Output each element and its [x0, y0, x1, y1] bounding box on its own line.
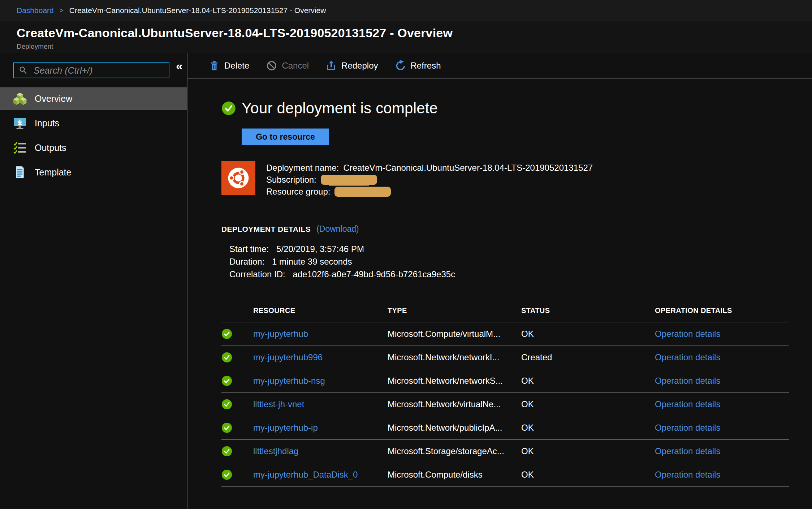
start-time-label: Start time: [229, 244, 269, 254]
cubes-icon [13, 92, 27, 105]
table-row: my-jupyterhub_DataDisk_0 Microsoft.Compu… [221, 463, 789, 487]
resource-type: Microsoft.Compute/disks [388, 470, 521, 480]
resource-group-redaction-bar [334, 187, 391, 197]
deployment-details: Start time: 5/20/2019, 3:57:46 PM Durati… [229, 243, 812, 280]
table-body: my-jupyterhub Microsoft.Compute/virtualM… [221, 322, 789, 487]
resource-group-label: Resource group: [266, 186, 330, 197]
page-subtitle: Deployment [17, 43, 812, 51]
resource-link[interactable]: littlestjhdiag [253, 446, 388, 456]
refresh-icon [395, 60, 406, 71]
success-status-icon [221, 329, 232, 339]
resource-status: OK [521, 399, 655, 409]
deployment-details-heading: DEPLOYMENT DETAILS [221, 225, 311, 234]
delete-label: Delete [224, 61, 249, 71]
sidebar-item-label: Overview [35, 93, 72, 104]
resource-status: OK [521, 376, 655, 386]
delete-button[interactable]: Delete [208, 60, 249, 71]
resource-type: Microsoft.Network/publicIpA... [388, 423, 521, 433]
operation-details-link[interactable]: Operation details [655, 470, 789, 480]
go-to-resource-button[interactable]: Go to resource [242, 129, 329, 145]
sidebar-item-label: Inputs [35, 118, 59, 129]
resource-link[interactable]: my-jupyterhub [253, 329, 388, 339]
success-check-icon [221, 101, 236, 116]
ubuntu-logo [221, 161, 255, 195]
resource-status: Created [521, 352, 655, 362]
column-header-type: TYPE [388, 306, 521, 315]
sidebar-search[interactable] [13, 62, 169, 78]
document-icon [13, 165, 27, 179]
resource-status: OK [521, 446, 655, 456]
monitor-download-icon [13, 116, 27, 130]
sidebar-item-label: Template [35, 167, 71, 178]
success-status-icon [221, 469, 232, 480]
resource-link[interactable]: my-jupyterhub-nsg [253, 376, 388, 386]
sidebar-menu: Overview Inputs [0, 87, 187, 186]
page-title: CreateVm-Canonical.UbuntuServer-18.04-LT… [17, 26, 812, 40]
operation-details-link[interactable]: Operation details [655, 376, 789, 386]
sidebar-item-overview[interactable]: Overview [0, 87, 187, 110]
breadcrumb-current: CreateVm-Canonical.UbuntuServer-18.04-LT… [69, 6, 326, 15]
resource-status: OK [521, 470, 655, 480]
table-row: my-jupyterhub-nsg Microsoft.Network/netw… [221, 369, 789, 393]
search-input[interactable] [34, 65, 153, 76]
refresh-button[interactable]: Refresh [395, 60, 441, 71]
duration-label: Duration: [229, 257, 264, 266]
subscription-label: Subscription: [266, 174, 316, 186]
main-panel: Delete Cancel Redeploy [187, 53, 812, 509]
toolbar: Delete Cancel Redeploy [187, 53, 812, 79]
page-header: CreateVm-Canonical.UbuntuServer-18.04-LT… [0, 21, 812, 53]
success-status-icon [221, 352, 232, 363]
resource-link[interactable]: littlest-jh-vnet [253, 399, 388, 409]
resource-type: Microsoft.Network/networkI... [388, 352, 521, 362]
column-header-status: STATUS [521, 306, 655, 315]
resource-type: Microsoft.Storage/storageAc... [388, 446, 521, 456]
table-row: littlestjhdiag Microsoft.Storage/storage… [221, 440, 789, 463]
resource-link[interactable]: my-jupyterhub_DataDisk_0 [253, 470, 388, 480]
deployment-status: Your deployment is complete [221, 100, 812, 117]
search-icon [18, 66, 28, 75]
sidebar-item-label: Outputs [35, 143, 66, 153]
column-header-resource: RESOURCE [253, 306, 388, 315]
checklist-icon [13, 141, 27, 155]
sidebar-collapse-button[interactable]: « [176, 60, 183, 72]
table-row: my-jupyterhub-ip Microsoft.Network/publi… [221, 416, 789, 440]
resource-status: OK [521, 423, 655, 433]
success-status-icon [221, 446, 232, 457]
operation-details-link[interactable]: Operation details [655, 399, 789, 409]
table-header-row: RESOURCE TYPE STATUS OPERATION DETAILS [221, 306, 789, 322]
trash-icon [208, 60, 220, 71]
download-link[interactable]: (Download) [316, 224, 359, 234]
breadcrumb: Dashboard > CreateVm-Canonical.UbuntuSer… [0, 0, 812, 21]
operation-details-link[interactable]: Operation details [655, 352, 789, 362]
resource-link[interactable]: my-jupyterhub-ip [253, 423, 388, 433]
sidebar: « Overview [0, 53, 187, 509]
breadcrumb-dashboard-link[interactable]: Dashboard [17, 6, 54, 15]
sidebar-item-inputs[interactable]: Inputs [0, 112, 187, 134]
subscription-redaction-bar [321, 175, 377, 185]
redeploy-button[interactable]: Redeploy [325, 60, 378, 71]
resource-status: OK [521, 329, 655, 339]
operation-details-link[interactable]: Operation details [655, 423, 789, 433]
table-row: my-jupyterhub Microsoft.Compute/virtualM… [221, 322, 789, 346]
resource-type: Microsoft.Compute/virtualM... [388, 329, 521, 339]
refresh-label: Refresh [411, 61, 441, 71]
table-row: my-jupyterhub996 Microsoft.Network/netwo… [221, 346, 789, 369]
breadcrumb-separator: > [60, 6, 64, 14]
redeploy-label: Redeploy [341, 61, 378, 71]
deployment-info: Deployment name: CreateVm-Canonical.Ubun… [221, 161, 812, 197]
operation-details-link[interactable]: Operation details [655, 446, 789, 456]
operation-details-link[interactable]: Operation details [655, 329, 789, 339]
redeploy-icon [325, 60, 337, 71]
success-status-icon [221, 375, 232, 386]
start-time-value: 5/20/2019, 3:57:46 PM [276, 244, 364, 254]
sidebar-item-template[interactable]: Template [0, 161, 187, 183]
table-row: littlest-jh-vnet Microsoft.Network/virtu… [221, 393, 789, 416]
duration-value: 1 minute 39 seconds [272, 257, 352, 266]
prohibition-icon [266, 60, 277, 71]
resource-link[interactable]: my-jupyterhub996 [253, 352, 388, 362]
correlation-id-label: Correlation ID: [229, 269, 285, 279]
deployment-name-value: CreateVm-Canonical.UbuntuServer-18.04-LT… [343, 162, 593, 174]
sidebar-item-outputs[interactable]: Outputs [0, 136, 187, 159]
resource-type: Microsoft.Network/virtualNe... [388, 399, 521, 409]
cancel-button[interactable]: Cancel [266, 60, 309, 71]
